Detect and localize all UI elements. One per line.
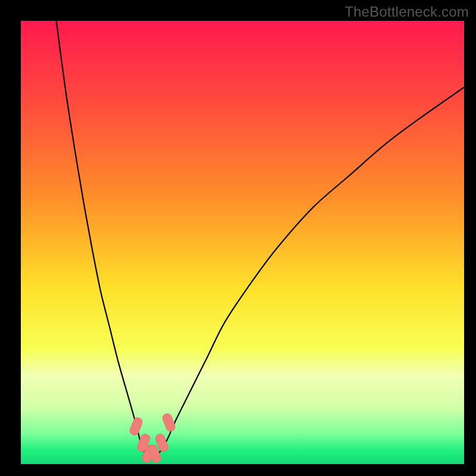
plot-area [21, 21, 464, 464]
gradient-background [21, 21, 464, 464]
watermark-text: TheBottleneck.com [345, 4, 469, 20]
plot-svg [21, 21, 464, 464]
chart-frame: TheBottleneck.com [0, 0, 476, 476]
